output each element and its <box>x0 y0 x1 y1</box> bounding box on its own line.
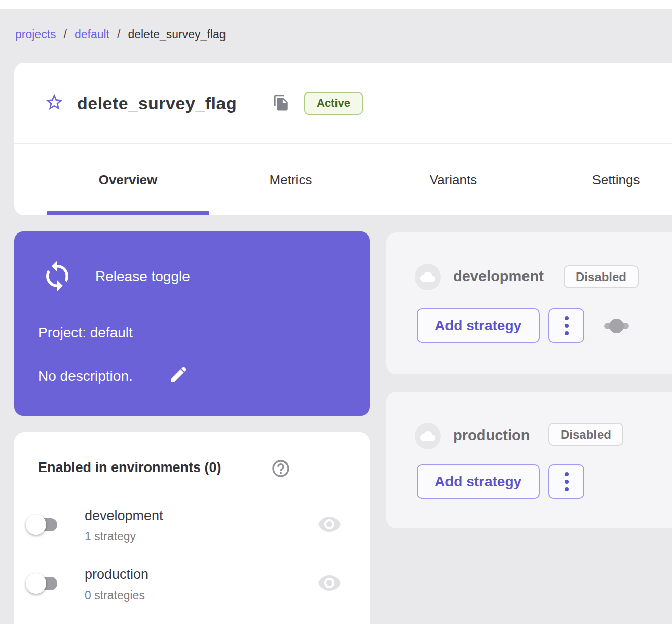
breadcrumb-separator: / <box>64 28 67 42</box>
flag-tabbar: Overview Metrics Variants Settings <box>14 144 672 215</box>
environment-status-chip: Disabled <box>564 265 639 288</box>
description-label: No description. <box>38 367 133 386</box>
breadcrumb-project-default-link[interactable]: default <box>74 28 109 42</box>
flag-header-card: delete_survey_flag Active <box>14 63 672 144</box>
tab-overview[interactable]: Overview <box>47 144 209 215</box>
breadcrumb-projects-link[interactable]: projects <box>15 28 56 42</box>
add-strategy-button[interactable]: Add strategy <box>417 464 540 499</box>
breadcrumb-separator: / <box>117 28 120 42</box>
toggle-type-label: Release toggle <box>95 267 190 286</box>
breadcrumb: projects / default / delete_survey_flag <box>15 28 226 42</box>
enabled-environments-title: Enabled in environments (0) <box>38 460 221 476</box>
kebab-dot <box>565 487 569 491</box>
edit-description-pencil-icon[interactable] <box>169 364 189 384</box>
switch-thumb <box>609 319 624 333</box>
kebab-dot <box>565 472 569 476</box>
environment-toggle-production[interactable] <box>26 572 71 595</box>
add-strategy-button[interactable]: Add strategy <box>417 308 540 343</box>
page-title: delete_survey_flag <box>77 91 237 115</box>
window-top-strip <box>0 0 672 9</box>
project-label: Project: default <box>38 323 133 342</box>
kebab-dot <box>565 316 569 320</box>
visibility-eye-icon[interactable] <box>317 512 342 536</box>
help-icon[interactable] <box>271 458 291 479</box>
environment-card-title: development <box>453 268 544 285</box>
active-tab-indicator <box>47 211 209 215</box>
tab-variants[interactable]: Variants <box>372 144 535 215</box>
environment-name: development <box>85 508 163 524</box>
visibility-eye-icon[interactable] <box>317 571 342 595</box>
environment-card-title: production <box>453 427 530 444</box>
kebab-dot <box>565 324 569 328</box>
enabled-environments-panel: Enabled in environments (0) development … <box>14 432 370 624</box>
toggle-type-card: Release toggle Project: default No descr… <box>14 231 370 416</box>
favorite-star-icon[interactable] <box>44 92 64 112</box>
cloud-avatar <box>415 423 441 449</box>
breadcrumb-current-flag: delete_survey_flag <box>128 28 226 42</box>
environment-card-development: development Disabled Add strategy <box>386 232 672 374</box>
more-options-kebab-button[interactable] <box>548 464 584 499</box>
kebab-dot <box>565 480 569 484</box>
cloud-icon <box>420 428 435 444</box>
tab-metrics[interactable]: Metrics <box>209 144 372 215</box>
more-options-kebab-button[interactable] <box>548 308 584 343</box>
status-badge: Active <box>304 92 363 115</box>
switch-thumb <box>26 515 46 535</box>
environment-card-production: production Disabled Add strategy <box>386 392 672 528</box>
environment-name: production <box>85 567 148 582</box>
environment-status-chip: Disabled <box>548 423 623 446</box>
tab-settings[interactable]: Settings <box>535 144 672 215</box>
sync-icon <box>41 258 74 294</box>
copy-icon[interactable] <box>273 94 290 111</box>
cloud-icon <box>420 269 435 285</box>
feature-flag-page: projects / default / delete_survey_flag … <box>0 0 672 624</box>
cloud-avatar <box>415 264 441 290</box>
environment-toggle-development[interactable] <box>26 513 71 536</box>
switch-thumb <box>26 573 46 594</box>
environment-strategy-count: 0 strategies <box>85 589 145 602</box>
environment-strategy-count: 1 strategy <box>85 530 136 543</box>
kebab-dot <box>565 331 569 335</box>
environment-enable-switch[interactable] <box>603 317 630 335</box>
